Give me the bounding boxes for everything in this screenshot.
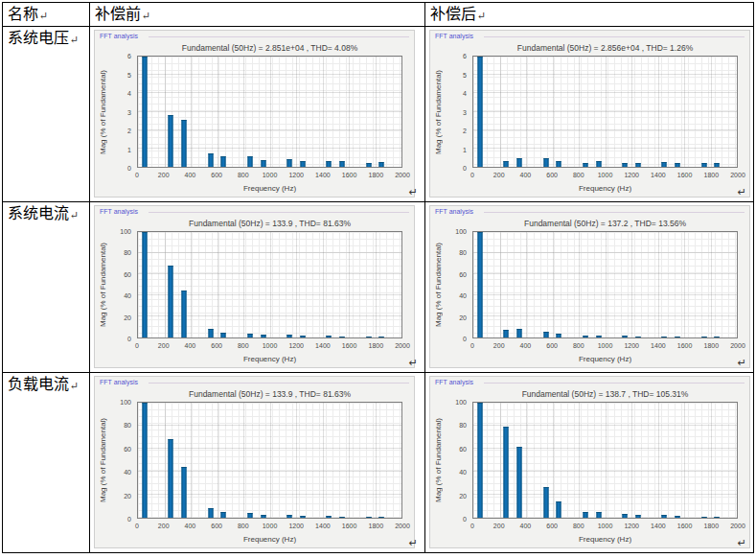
plot-area	[137, 56, 402, 168]
panel-title: FFT analysis	[100, 208, 138, 215]
comparison-table: 名称↵ 补偿前↵ 补偿后↵ 系统电压↵ FFT analysis Fundame…	[2, 2, 754, 553]
y-tick-labels: 020406080100	[430, 402, 470, 519]
y-tick-labels: 020406080100	[95, 402, 134, 519]
chart-title: Fundamental (50Hz) = 133.9 , THD= 81.63%	[133, 219, 406, 228]
paragraph-mark: ↵	[409, 186, 418, 198]
cell-voltage-after: FFT analysis Fundamental (50Hz) = 2.856e…	[425, 27, 753, 202]
row-label-text: 系统电压	[8, 30, 69, 46]
plot-area	[472, 56, 738, 168]
chart-title: Fundamental (50Hz) = 133.9 , THD= 81.63%	[133, 389, 406, 399]
x-axis-label: Frequency (Hz)	[137, 184, 402, 193]
panel-rule	[484, 383, 745, 384]
fft-chart: Fundamental (50Hz) = 137.2 , THD= 13.56%…	[430, 216, 749, 367]
chart-title: Fundamental (50Hz) = 138.7 , THD= 105.31…	[469, 389, 742, 399]
chart-title: Fundamental (50Hz) = 137.2 , THD= 13.56%	[469, 219, 742, 228]
y-tick-labels: 020406080100	[95, 231, 134, 338]
panel-rule	[149, 212, 409, 213]
paragraph-mark: ↵	[142, 10, 150, 21]
panel-title: FFT analysis	[100, 33, 138, 39]
chart-title: Fundamental (50Hz) = 2.856e+04 , THD= 1.…	[469, 43, 742, 53]
paragraph-mark: ↵	[39, 10, 48, 21]
x-tick-labels: 0200400600800100012001400160018002000	[137, 340, 402, 350]
cell-loadcurrent-before: FFT analysis Fundamental (50Hz) = 133.9 …	[90, 373, 425, 552]
panel-title: FFT analysis	[435, 379, 473, 385]
panel-rule	[149, 383, 409, 384]
paragraph-mark: ↵	[738, 186, 746, 198]
cell-loadcurrent-after: FFT analysis Fundamental (50Hz) = 138.7 …	[425, 373, 753, 552]
row-label-text: 负载电流	[8, 376, 69, 392]
header-name-label: 名称	[8, 6, 38, 22]
fft-analysis-panel[interactable]: FFT analysis Fundamental (50Hz) = 133.9 …	[94, 205, 415, 368]
chart-title: Fundamental (50Hz) = 2.851e+04 , THD= 4.…	[133, 43, 406, 53]
fft-analysis-panel[interactable]: FFT analysis Fundamental (50Hz) = 138.7 …	[429, 376, 750, 548]
plot-area	[137, 231, 402, 338]
header-cell-after[interactable]: 补偿后↵	[425, 3, 753, 27]
x-axis-label: Frequency (Hz)	[472, 355, 738, 363]
fft-chart: Fundamental (50Hz) = 2.856e+04 , THD= 1.…	[430, 40, 749, 197]
paragraph-mark: ↵	[738, 537, 746, 549]
x-axis-label: Frequency (Hz)	[472, 535, 738, 544]
fft-chart: Fundamental (50Hz) = 2.851e+04 , THD= 4.…	[95, 40, 414, 197]
row-label-load-current[interactable]: 负载电流↵	[3, 373, 90, 552]
cell-syscurrent-before: FFT analysis Fundamental (50Hz) = 133.9 …	[90, 202, 425, 373]
fft-chart: Fundamental (50Hz) = 133.9 , THD= 81.63%…	[95, 216, 414, 367]
paragraph-mark: ↵	[70, 380, 79, 391]
x-tick-labels: 0200400600800100012001400160018002000	[472, 170, 738, 179]
y-tick-labels: 0123456	[430, 56, 470, 168]
header-after-label: 补偿后	[430, 6, 476, 22]
x-tick-labels: 0200400600800100012001400160018002000	[472, 521, 738, 530]
panel-title: FFT analysis	[435, 33, 473, 39]
y-tick-labels: 0123456	[95, 56, 134, 168]
paragraph-mark: ↵	[70, 34, 79, 45]
x-axis-label: Frequency (Hz)	[137, 355, 402, 363]
row-label-system-voltage[interactable]: 系统电压↵	[3, 27, 90, 202]
fft-analysis-panel[interactable]: FFT analysis Fundamental (50Hz) = 2.851e…	[94, 30, 415, 198]
panel-rule	[149, 36, 409, 37]
paragraph-mark: ↵	[409, 357, 418, 369]
fft-analysis-panel[interactable]: FFT analysis Fundamental (50Hz) = 2.856e…	[429, 30, 750, 198]
panel-rule	[484, 36, 745, 37]
fft-chart: Fundamental (50Hz) = 138.7 , THD= 105.31…	[430, 386, 749, 547]
x-axis-label: Frequency (Hz)	[472, 184, 738, 193]
header-before-label: 补偿前	[95, 6, 141, 22]
x-axis-label: Frequency (Hz)	[137, 535, 402, 544]
row-label-text: 系统电流	[8, 205, 69, 221]
x-tick-labels: 0200400600800100012001400160018002000	[137, 521, 402, 530]
y-tick-labels: 020406080100	[430, 231, 470, 338]
panel-rule	[484, 212, 745, 213]
paragraph-mark: ↵	[70, 209, 79, 221]
panel-title: FFT analysis	[100, 379, 138, 385]
header-cell-name[interactable]: 名称↵	[3, 3, 90, 27]
row-label-system-current[interactable]: 系统电流↵	[3, 202, 90, 373]
paragraph-mark: ↵	[477, 10, 486, 21]
header-cell-before[interactable]: 补偿前↵	[90, 3, 425, 27]
fft-analysis-panel[interactable]: FFT analysis Fundamental (50Hz) = 133.9 …	[94, 376, 415, 548]
x-tick-labels: 0200400600800100012001400160018002000	[137, 170, 402, 179]
paragraph-mark: ↵	[409, 537, 418, 549]
fft-chart: Fundamental (50Hz) = 133.9 , THD= 81.63%…	[95, 386, 414, 547]
x-tick-labels: 0200400600800100012001400160018002000	[472, 340, 738, 350]
panel-title: FFT analysis	[435, 208, 473, 215]
fft-analysis-panel[interactable]: FFT analysis Fundamental (50Hz) = 137.2 …	[429, 205, 750, 368]
plot-area	[472, 402, 738, 519]
paragraph-mark: ↵	[738, 357, 746, 369]
cell-syscurrent-after: FFT analysis Fundamental (50Hz) = 137.2 …	[425, 202, 753, 373]
plot-area	[137, 402, 402, 519]
cell-voltage-before: FFT analysis Fundamental (50Hz) = 2.851e…	[90, 27, 425, 202]
plot-area	[472, 231, 738, 338]
